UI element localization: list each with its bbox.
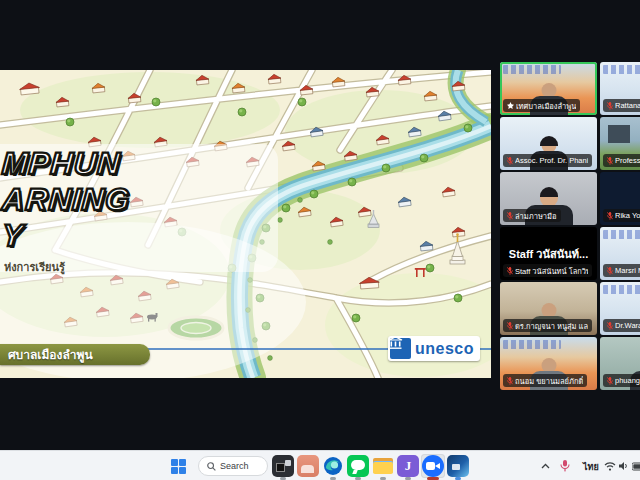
participant-name-tag: Marsri M — [603, 264, 640, 277]
participant-name-tag: ดร.กาญจนา หนูสุ่ม และคณ... — [503, 319, 592, 332]
participant-name-tag: Rika Yo — [603, 209, 640, 222]
slide-title: MPHUN ARNING Y — [2, 146, 302, 254]
municipality-banner-text: ศบาลเมืองลำพูน — [8, 345, 93, 364]
slide-title-line-1: MPHUN — [1, 146, 304, 182]
mic-muted-icon — [607, 322, 613, 330]
file-explorer-icon — [372, 455, 394, 477]
unesco-logo: unesco — [388, 336, 480, 361]
participant-tile[interactable]: Dr.Wara — [600, 282, 640, 335]
mic-muted-icon — [507, 377, 513, 385]
slide-title-line-2: ARNING — [1, 182, 304, 218]
taskbar-app-salmon[interactable] — [296, 454, 320, 478]
windows-logo-icon — [171, 459, 186, 474]
spotlight-icon — [507, 102, 514, 109]
participant-tile[interactable]: Staff วนัสนันท์... Staff วนัสนันทน์ โลกว… — [500, 227, 597, 280]
mic-muted-icon — [507, 267, 513, 275]
slide-subtitle: ห่งการเรียนรู้ — [4, 258, 65, 276]
blue-app-icon — [447, 455, 469, 477]
mic-muted-icon — [607, 377, 613, 385]
language-indicator[interactable]: ไทย — [583, 460, 599, 474]
unesco-wordmark: unesco — [415, 340, 474, 358]
taskbar-app-edge[interactable] — [321, 454, 345, 478]
mic-in-use-icon[interactable] — [555, 454, 575, 478]
participant-name-tag: Rattana — [603, 99, 640, 112]
tray-chevron-up-icon[interactable] — [536, 454, 554, 478]
taskbar-app-file-explorer[interactable] — [371, 454, 395, 478]
participant-name-tag: Assoc. Prof. Dr. Phanin... — [503, 154, 592, 167]
participant-name-tag: ถนอม ขยานมลย์ภักดิ์ — [503, 374, 587, 387]
slide-title-line-3: Y — [1, 218, 304, 254]
start-button[interactable] — [166, 454, 190, 478]
taskbar: Search — [0, 450, 640, 480]
participant-tile[interactable]: Professe — [600, 117, 640, 170]
participant-name-tag: Staff วนัสนันทน์ โลกวิทย์ — [503, 264, 592, 277]
search-placeholder: Search — [220, 461, 249, 471]
participant-name-tag: Dr.Wara — [603, 319, 640, 332]
edge-browser-icon — [323, 456, 343, 476]
participant-tile[interactable]: ดร.กาญจนา หนูสุ่ม และคณ... — [500, 282, 597, 335]
participant-name-tag: phuang — [603, 374, 640, 387]
search-input[interactable]: Search — [198, 456, 268, 476]
taskbar-app-dark[interactable] — [271, 454, 295, 478]
mic-muted-icon — [607, 212, 613, 220]
participant-name-tag: ล่ามภาษามือ — [503, 209, 561, 222]
shared-screen-slide: MPHUN ARNING Y ห่งการเรียนรู้ ศบาลเมืองล… — [0, 70, 491, 378]
battery-icon[interactable] — [630, 454, 640, 478]
meeting-window: MPHUN ARNING Y ห่งการเรียนรู้ ศบาลเมืองล… — [0, 0, 640, 480]
taskbar-app-blue[interactable] — [446, 454, 470, 478]
unesco-temple-icon — [390, 338, 411, 359]
mic-muted-icon — [607, 157, 613, 165]
zoom-app-icon — [422, 455, 444, 477]
taskbar-app-zoom[interactable] — [421, 454, 445, 478]
search-icon — [207, 462, 216, 471]
purple-app-icon: J — [397, 455, 419, 477]
municipality-banner: ศบาลเมืองลำพูน — [0, 344, 150, 365]
campus-building — [608, 125, 630, 143]
taskbar-app-purple[interactable]: J — [396, 454, 420, 478]
salmon-app-icon — [297, 455, 319, 477]
participant-tile[interactable]: ล่ามภาษามือ — [500, 172, 597, 225]
participant-name-tag: เทศบาลเมืองลำพูน — [503, 99, 580, 112]
taskbar-app-line[interactable] — [346, 454, 370, 478]
participant-tile[interactable]: Marsri M — [600, 227, 640, 280]
mic-muted-icon — [507, 212, 513, 220]
participant-tile[interactable]: เทศบาลเมืองลำพูน — [500, 62, 597, 115]
participant-tile[interactable]: ถนอม ขยานมลย์ภักดิ์ — [500, 337, 597, 390]
mic-muted-icon — [507, 157, 513, 165]
line-app-icon — [347, 455, 369, 477]
participant-name-tag: Professe — [603, 154, 640, 167]
dark-app-icon — [272, 455, 294, 477]
participant-tile[interactable]: Assoc. Prof. Dr. Phanin... — [500, 117, 597, 170]
mic-muted-icon — [607, 102, 613, 110]
participant-tile[interactable]: phuang — [600, 337, 640, 390]
participant-tile[interactable]: Rika Yo — [600, 172, 640, 225]
participant-tile[interactable]: Rattana — [600, 62, 640, 115]
mic-muted-icon — [507, 322, 513, 330]
mic-muted-icon — [607, 267, 613, 275]
